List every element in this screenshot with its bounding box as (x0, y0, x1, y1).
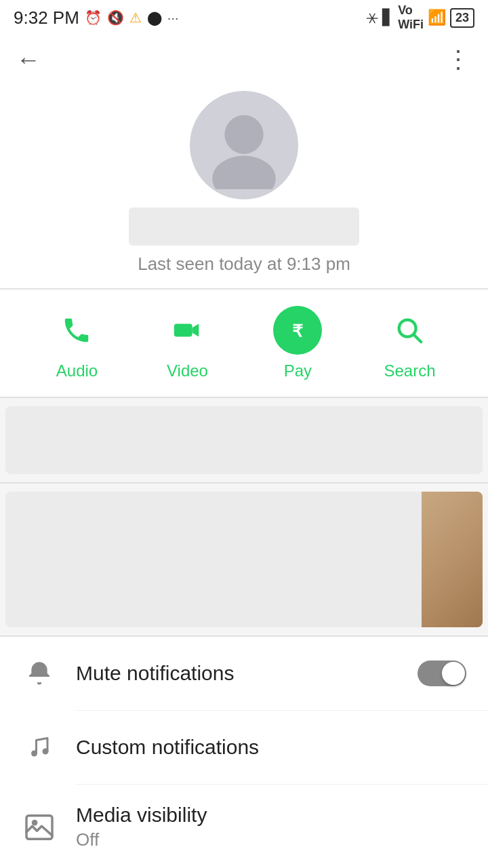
audio-icon-container (52, 306, 101, 355)
wifi-icon: 📶 (428, 9, 446, 26)
profile-section: Last seen today at 9:13 pm (0, 84, 488, 288)
media-visibility-subtitle: Off (76, 829, 466, 850)
signal-icon: ▋ (382, 9, 394, 26)
video-icon-container (163, 306, 211, 355)
custom-notifications-title: Custom notifications (76, 736, 466, 759)
action-pay[interactable]: ₹ Pay (273, 306, 322, 380)
media-thumbnail (422, 492, 483, 627)
more-options-button[interactable]: ⋮ (446, 45, 472, 74)
mute-toggle[interactable] (418, 660, 466, 686)
action-audio[interactable]: Audio (52, 306, 101, 380)
contact-name-placeholder (129, 208, 359, 245)
image-icon-container (22, 810, 57, 845)
video-icon (171, 315, 203, 346)
search-icon-container (385, 306, 434, 355)
back-button[interactable]: ← (16, 45, 41, 74)
status-right-icons: ⚹ ▋ VoWiFi 📶 23 (366, 3, 474, 32)
action-video[interactable]: Video (163, 306, 211, 380)
top-navigation: ← ⋮ (0, 35, 488, 84)
actions-row: Audio Video ₹ Pay Search (0, 290, 488, 397)
svg-rect-2 (174, 323, 192, 336)
search-icon (394, 315, 425, 346)
action-search[interactable]: Search (384, 306, 435, 380)
search-label: Search (384, 361, 435, 380)
pay-icon-container: ₹ (273, 306, 322, 355)
video-label: Video (167, 361, 208, 380)
last-seen-text: Last seen today at 9:13 pm (138, 254, 350, 275)
media-visibility-title: Media visibility (76, 804, 466, 827)
mute-notifications-item[interactable]: Mute notifications (0, 637, 488, 710)
media-visibility-item[interactable]: Media visibility Off (0, 785, 488, 868)
status-time: 9:32 PM ⏰ 🔇 ⚠ ⬤ ··· (14, 7, 179, 28)
settings-section: Mute notifications Custom notifications (0, 637, 488, 868)
time-text: 9:32 PM (14, 7, 79, 28)
phone-icon (61, 315, 92, 346)
mute-toggle-container[interactable] (418, 660, 466, 686)
music-note-icon-container (22, 730, 57, 765)
bell-icon (26, 660, 53, 687)
pay-label: Pay (284, 361, 312, 380)
mute-notifications-content: Mute notifications (76, 662, 418, 685)
bell-icon-container (22, 656, 57, 691)
rupee-icon: ₹ (282, 315, 313, 346)
mute-notifications-title: Mute notifications (76, 662, 418, 685)
status-bar: 9:32 PM ⏰ 🔇 ⚠ ⬤ ··· ⚹ ▋ VoWiFi 📶 23 (0, 0, 488, 35)
media-block (5, 492, 483, 627)
svg-text:₹: ₹ (292, 321, 303, 340)
vowifi-icon: VoWiFi (398, 3, 424, 32)
media-visibility-content: Media visibility Off (76, 804, 466, 850)
svg-line-6 (414, 335, 422, 342)
bluetooth-icon: ⚹ (366, 9, 378, 26)
svg-point-1 (212, 156, 276, 189)
image-icon (25, 814, 54, 840)
svg-point-7 (31, 751, 37, 757)
avatar-image (200, 101, 288, 189)
info-block-1 (5, 406, 483, 474)
custom-notifications-content: Custom notifications (76, 736, 466, 759)
svg-point-8 (43, 749, 49, 755)
music-note-icon (27, 733, 52, 762)
svg-point-10 (32, 819, 38, 825)
toggle-thumb (442, 662, 465, 685)
custom-notifications-item[interactable]: Custom notifications (0, 711, 488, 784)
svg-point-0 (224, 115, 263, 154)
audio-label: Audio (56, 361, 98, 380)
avatar[interactable] (190, 91, 298, 199)
battery-icon: 23 (450, 8, 474, 28)
